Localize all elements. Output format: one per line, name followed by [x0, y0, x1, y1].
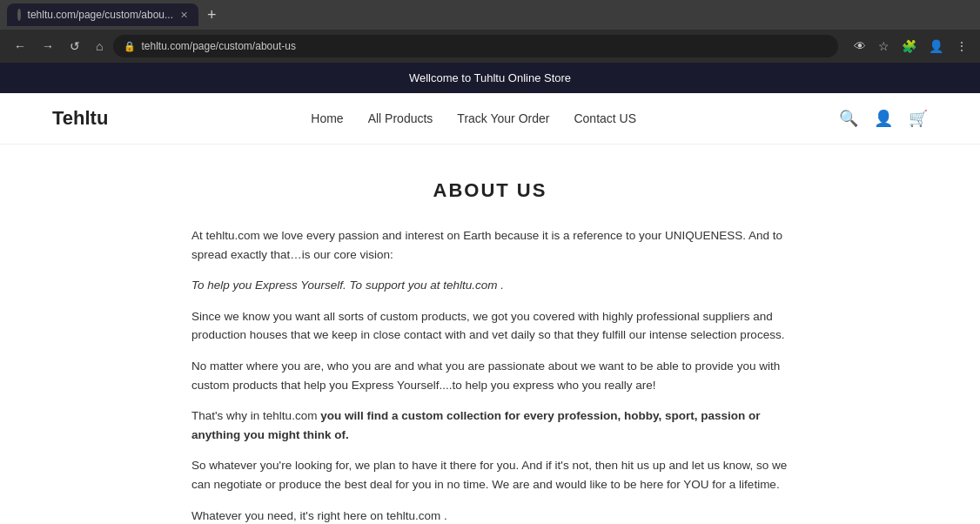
tab-favicon [17, 9, 21, 21]
main-nav: Home All Products Track Your Order Conta… [311, 111, 636, 125]
more-options-icon[interactable]: ⋮ [952, 36, 971, 57]
home-button[interactable]: ⌂ [91, 36, 108, 57]
refresh-button[interactable]: ↺ [64, 36, 85, 57]
announcement-bar: Wellcome to Tuhltu Online Store [0, 63, 980, 93]
active-tab[interactable]: tehltu.com/page/custom/abou... ✕ [7, 3, 198, 26]
about-paragraph-5: That's why in tehltu.com you will find a… [191, 406, 789, 444]
p5-pre-text: That's why in tehltu.com [191, 409, 320, 422]
url-text: tehltu.com/page/custom/about-us [141, 40, 295, 52]
page-title: ABOUT US [191, 179, 789, 202]
forward-button[interactable]: → [37, 36, 59, 57]
tab-title: tehltu.com/page/custom/abou... [28, 9, 173, 21]
browser-toolbar: ← → ↺ ⌂ 🔒 tehltu.com/page/custom/about-u… [0, 30, 980, 63]
main-content: ABOUT US At tehltu.com we love every pas… [0, 144, 980, 524]
nav-track-order[interactable]: Track Your Order [457, 111, 549, 125]
new-tab-button[interactable]: + [202, 6, 222, 24]
nav-contact[interactable]: Contact US [574, 111, 636, 125]
bookmark-icon[interactable]: ☆ [875, 36, 893, 57]
address-bar[interactable]: 🔒 tehltu.com/page/custom/about-us [113, 35, 838, 57]
content-body: At tehltu.com we love every passion and … [191, 226, 789, 524]
browser-action-buttons: 👁 ☆ 🧩 👤 ⋮ [850, 36, 971, 57]
profile-icon[interactable]: 👤 [925, 36, 947, 57]
about-paragraph-6: So whatever you're looking for, we plan … [191, 456, 789, 494]
site-header: Tehltu Home All Products Track Your Orde… [0, 93, 980, 144]
nav-home[interactable]: Home [311, 111, 343, 125]
about-paragraph-4: No matter where you are, who you are and… [191, 357, 789, 394]
back-button[interactable]: ← [9, 36, 31, 57]
site-logo[interactable]: Tehltu [52, 107, 108, 130]
lock-icon: 🔒 [124, 41, 136, 52]
account-icon[interactable]: 👤 [874, 109, 893, 128]
search-icon[interactable]: 🔍 [839, 109, 858, 128]
about-paragraph-1: At tehltu.com we love every passion and … [191, 226, 789, 264]
tab-bar: tehltu.com/page/custom/abou... ✕ + [0, 0, 980, 30]
eye-slash-icon[interactable]: 👁 [850, 36, 869, 57]
extensions-icon[interactable]: 🧩 [898, 36, 920, 57]
about-paragraph-2: To help you Express Yourself. To support… [191, 276, 789, 295]
nav-all-products[interactable]: All Products [368, 111, 433, 125]
browser-window: tehltu.com/page/custom/abou... ✕ + ← → ↺… [0, 0, 980, 63]
about-paragraph-7: Whatever you need, it's right here on te… [191, 507, 789, 524]
cart-icon[interactable]: 🛒 [909, 109, 928, 128]
page-content: Wellcome to Tuhltu Online Store Tehltu H… [0, 63, 980, 524]
announcement-text: Wellcome to Tuhltu Online Store [409, 71, 571, 84]
about-paragraph-3: Since we know you want all sorts of cust… [191, 307, 789, 345]
header-icons: 🔍 👤 🛒 [839, 109, 928, 128]
tab-close-button[interactable]: ✕ [180, 10, 188, 21]
